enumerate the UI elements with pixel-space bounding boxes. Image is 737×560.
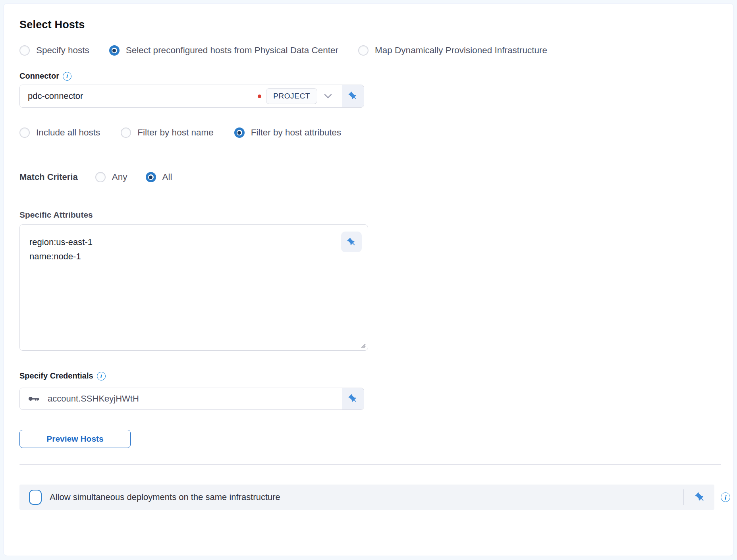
radio-filter-by-host-attributes[interactable]: Filter by host attributes <box>234 127 341 138</box>
page-title: Select Hosts <box>19 19 723 31</box>
radio-preconfigured-hosts-label: Select preconfigured hosts from Physical… <box>126 45 338 56</box>
radio-specify-hosts-label: Specify hosts <box>36 45 89 56</box>
credentials-value: account.SSHKeyjHWtH <box>48 394 139 404</box>
radio-dynamic-infrastructure-label: Map Dynamically Provisioned Infrastructu… <box>375 45 547 56</box>
radio-match-any[interactable]: Any <box>95 172 127 182</box>
radio-include-all-hosts-label: Include all hosts <box>36 127 100 138</box>
vertical-divider <box>683 489 684 505</box>
radio-filter-by-host-name-label: Filter by host name <box>137 127 213 138</box>
radio-selected-icon[interactable] <box>109 45 120 56</box>
connector-input[interactable] <box>28 91 255 101</box>
pin-icon[interactable] <box>342 388 364 409</box>
specific-attributes-field: region:us-east-1 name:node-1 <box>19 224 368 351</box>
radio-match-all-label: All <box>162 172 172 182</box>
simultaneous-deployments-band: Allow simultaneous deployments on the sa… <box>19 485 714 510</box>
match-criteria-label: Match Criteria <box>19 172 78 182</box>
pin-icon[interactable] <box>695 492 706 503</box>
simultaneous-deployments-row: Allow simultaneous deployments on the sa… <box>19 485 730 510</box>
pin-icon[interactable] <box>341 232 362 252</box>
preview-hosts-button[interactable]: Preview Hosts <box>19 430 131 448</box>
simultaneous-deployments-label: Allow simultaneous deployments on the sa… <box>50 492 280 502</box>
radio-unselected-icon[interactable] <box>19 127 30 138</box>
radio-unselected-icon[interactable] <box>121 127 131 138</box>
info-icon[interactable] <box>721 492 730 502</box>
section-divider <box>19 464 721 465</box>
credentials-field[interactable]: account.SSHKeyjHWtH <box>19 388 364 410</box>
connector-label-row: Connector <box>19 71 723 81</box>
textarea-resize-handle[interactable] <box>360 342 366 348</box>
chevron-down-icon[interactable] <box>324 93 332 99</box>
specific-attributes-textarea[interactable]: region:us-east-1 name:node-1 <box>19 224 368 351</box>
radio-specify-hosts[interactable]: Specify hosts <box>19 45 89 56</box>
host-filter-radio-group: Include all hosts Filter by host name Fi… <box>19 127 723 138</box>
connector-label: Connector <box>19 71 59 81</box>
specific-attributes-label: Specific Attributes <box>19 210 93 219</box>
credentials-label-row: Specify Credentials <box>19 371 723 380</box>
connector-field[interactable]: PROJECT <box>19 85 364 108</box>
ssh-key-icon <box>28 394 41 404</box>
radio-match-all[interactable]: All <box>146 172 172 182</box>
radio-preconfigured-hosts[interactable]: Select preconfigured hosts from Physical… <box>109 45 338 56</box>
host-selection-radio-group: Specify hosts Select preconfigured hosts… <box>19 45 723 56</box>
required-dot-icon <box>258 95 261 98</box>
radio-include-all-hosts[interactable]: Include all hosts <box>19 127 100 138</box>
match-criteria-group: Match Criteria Any All <box>19 172 723 182</box>
radio-selected-icon[interactable] <box>234 127 245 138</box>
specific-attributes-label-row: Specific Attributes <box>19 210 723 220</box>
radio-filter-by-host-attributes-label: Filter by host attributes <box>251 127 341 138</box>
connector-select[interactable]: PROJECT <box>20 85 342 107</box>
radio-unselected-icon[interactable] <box>19 45 30 56</box>
pin-icon[interactable] <box>342 85 364 107</box>
info-icon[interactable] <box>97 372 106 380</box>
credentials-select[interactable]: account.SSHKeyjHWtH <box>20 388 342 409</box>
radio-filter-by-host-name[interactable]: Filter by host name <box>121 127 213 138</box>
credentials-label: Specify Credentials <box>19 371 93 380</box>
scope-badge: PROJECT <box>266 88 317 104</box>
radio-match-any-label: Any <box>112 172 127 182</box>
info-icon[interactable] <box>63 72 71 81</box>
radio-unselected-icon[interactable] <box>358 45 368 56</box>
simultaneous-deployments-checkbox[interactable] <box>29 490 42 505</box>
select-hosts-card: Select Hosts Specify hosts Select precon… <box>3 3 734 556</box>
radio-unselected-icon[interactable] <box>95 172 106 182</box>
radio-selected-icon[interactable] <box>146 172 156 182</box>
radio-dynamic-infrastructure[interactable]: Map Dynamically Provisioned Infrastructu… <box>358 45 547 56</box>
